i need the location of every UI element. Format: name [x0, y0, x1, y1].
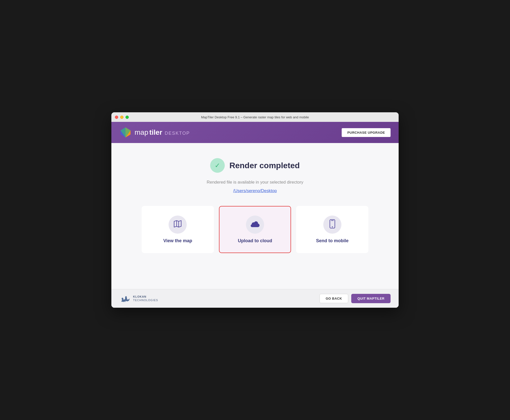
- checkmark-icon: ✓: [215, 162, 220, 169]
- main-content: ✓ Render completed Rendered file is avai…: [111, 143, 399, 289]
- svg-point-9: [125, 296, 126, 297]
- view-map-card[interactable]: View the map: [142, 206, 214, 253]
- minimize-button[interactable]: [120, 116, 123, 119]
- action-cards: View the map Upload to cloud: [142, 206, 368, 253]
- klokan-sub: TECHNOLOGIES: [133, 299, 158, 302]
- cloud-upload-icon: [250, 220, 260, 229]
- send-mobile-icon-circle: [323, 216, 341, 234]
- logo-text: map tiler DESKTOP: [135, 128, 190, 136]
- status-area: ✓ Render completed: [210, 158, 300, 173]
- maximize-button[interactable]: [125, 116, 129, 119]
- purchase-upgrade-button[interactable]: PURCHASE UPGRADE: [342, 128, 391, 137]
- send-mobile-card[interactable]: Send to mobile: [296, 206, 368, 253]
- check-circle: ✓: [210, 158, 225, 173]
- render-subtitle: Rendered file is available in your selec…: [207, 180, 303, 185]
- upload-cloud-icon-circle: [246, 216, 264, 234]
- window-title: MapTiler Desktop Free 9.1 – Generate ras…: [201, 115, 309, 119]
- view-map-icon-circle: [169, 216, 187, 234]
- app-footer: KLOKAN TECHNOLOGIES GO BACK QUIT MAPTILE…: [111, 289, 399, 308]
- logo-map: map: [135, 128, 148, 136]
- kangaroo-icon: [119, 295, 131, 302]
- footer-buttons: GO BACK QUIT MAPTILER: [320, 294, 391, 303]
- logo-area: map tiler DESKTOP: [119, 126, 190, 138]
- svg-marker-3: [120, 127, 131, 137]
- upload-cloud-label: Upload to cloud: [238, 238, 272, 243]
- klokan-logo: KLOKAN TECHNOLOGIES: [119, 295, 158, 302]
- mobile-icon: [330, 219, 335, 230]
- file-path-link[interactable]: /Users/sereno/Desktop: [233, 188, 277, 193]
- app-window: MapTiler Desktop Free 9.1 – Generate ras…: [111, 112, 399, 308]
- app-header: map tiler DESKTOP PURCHASE UPGRADE: [111, 122, 399, 143]
- logo-tiler: tiler: [149, 128, 162, 136]
- logo-desktop: DESKTOP: [165, 131, 190, 136]
- upload-cloud-card[interactable]: Upload to cloud: [219, 206, 291, 253]
- titlebar: MapTiler Desktop Free 9.1 – Generate ras…: [111, 112, 399, 122]
- go-back-button[interactable]: GO BACK: [320, 294, 348, 303]
- klokan-name: KLOKAN: [133, 295, 158, 298]
- close-button[interactable]: [115, 116, 118, 119]
- view-map-label: View the map: [163, 238, 192, 243]
- klokan-text: KLOKAN TECHNOLOGIES: [133, 295, 158, 302]
- quit-maptiler-button[interactable]: QUIT MAPTILER: [351, 294, 391, 303]
- map-icon: [173, 220, 182, 230]
- send-mobile-label: Send to mobile: [316, 238, 348, 243]
- maptiler-logo-icon: [119, 126, 132, 138]
- svg-point-8: [332, 226, 333, 227]
- render-title: Render completed: [229, 161, 300, 170]
